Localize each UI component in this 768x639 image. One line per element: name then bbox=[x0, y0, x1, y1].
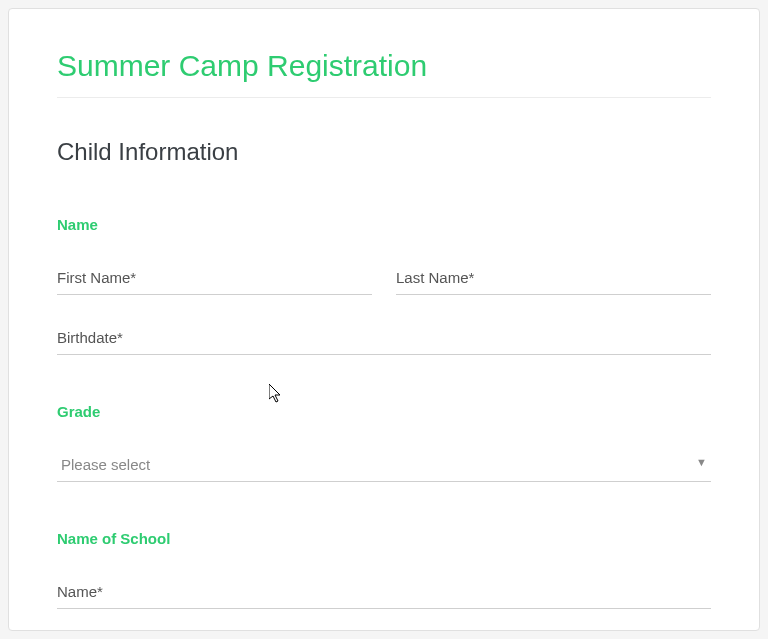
first-name-input[interactable] bbox=[57, 263, 372, 295]
name-row bbox=[57, 263, 711, 295]
last-name-field-wrapper bbox=[396, 263, 711, 295]
group-name: Name bbox=[57, 216, 711, 355]
grade-row: Please select ▼ bbox=[57, 450, 711, 482]
grade-select-wrapper: Please select ▼ bbox=[57, 450, 711, 482]
last-name-input[interactable] bbox=[396, 263, 711, 295]
registration-card: Summer Camp Registration Child Informati… bbox=[8, 8, 760, 631]
school-name-input[interactable] bbox=[57, 577, 711, 609]
school-name-field-wrapper bbox=[57, 577, 711, 609]
school-row bbox=[57, 577, 711, 609]
birthdate-input[interactable] bbox=[57, 323, 711, 355]
name-group-label: Name bbox=[57, 216, 711, 233]
first-name-field-wrapper bbox=[57, 263, 372, 295]
section-heading: Child Information bbox=[57, 138, 711, 166]
grade-group-label: Grade bbox=[57, 403, 711, 420]
school-group-label: Name of School bbox=[57, 530, 711, 547]
title-divider bbox=[57, 97, 711, 98]
birthdate-row bbox=[57, 323, 711, 355]
page-title: Summer Camp Registration bbox=[57, 49, 711, 83]
birthdate-field-wrapper bbox=[57, 323, 711, 355]
grade-select[interactable]: Please select bbox=[57, 450, 711, 482]
group-grade: Grade Please select ▼ bbox=[57, 403, 711, 482]
group-school: Name of School bbox=[57, 530, 711, 609]
